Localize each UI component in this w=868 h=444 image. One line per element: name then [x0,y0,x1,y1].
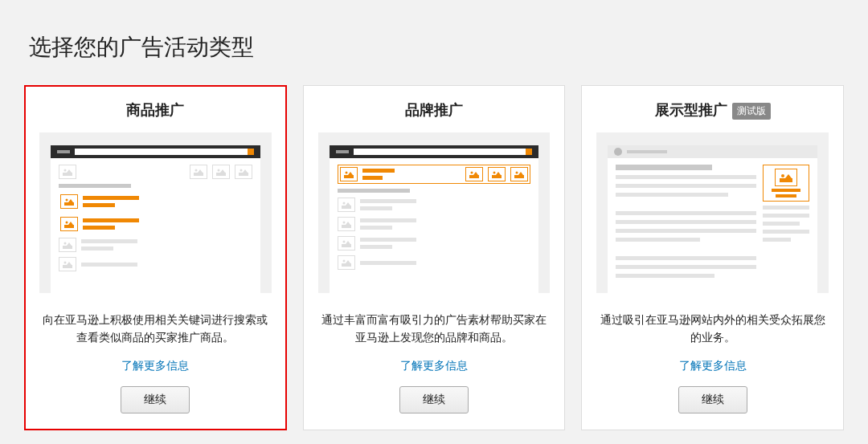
svg-point-28 [471,172,473,174]
svg-rect-6 [216,173,226,176]
svg-rect-9 [239,173,248,176]
svg-marker-38 [346,202,350,206]
card-title: 展示型推广测试版 [596,100,829,120]
svg-rect-0 [63,173,72,176]
svg-rect-48 [780,178,792,182]
svg-rect-12 [64,202,74,206]
svg-marker-35 [518,172,523,175]
svg-point-4 [194,169,197,172]
card-preview-image [39,132,272,293]
continue-button[interactable]: 继续 [399,386,469,413]
svg-rect-30 [492,175,502,178]
card-description: 向在亚马逊上积极使用相关关键词进行搜索或查看类似商品的买家推广商品。 [39,311,272,347]
svg-point-7 [217,169,219,172]
svg-rect-36 [342,206,351,209]
svg-marker-8 [220,169,225,173]
svg-marker-11 [243,169,248,173]
learn-more-link[interactable]: 了解更多信息 [679,359,747,373]
svg-rect-3 [194,173,203,176]
svg-point-49 [781,174,784,177]
beta-badge: 测试版 [732,103,771,120]
card-description: 通过丰富而富有吸引力的广告素材帮助买家在亚马逊上发现您的品牌和商品。 [318,311,551,347]
page-heading: 选择您的广告活动类型 [24,32,844,63]
svg-marker-2 [67,169,72,173]
continue-button[interactable]: 继续 [678,386,747,413]
svg-point-40 [342,222,345,224]
svg-rect-33 [514,175,524,178]
svg-rect-15 [64,225,74,228]
card-preview-image [318,132,551,293]
card-title: 品牌推广 [318,100,551,120]
svg-rect-21 [63,265,72,268]
svg-marker-5 [198,169,203,173]
svg-point-34 [516,172,518,174]
card-sponsored-products[interactable]: 商品推广 [24,85,287,430]
svg-point-10 [240,169,242,172]
svg-marker-29 [473,172,478,175]
svg-marker-32 [496,172,501,175]
svg-marker-47 [346,260,350,263]
svg-rect-18 [63,246,72,249]
svg-rect-39 [342,225,351,228]
svg-rect-45 [342,263,351,267]
svg-marker-50 [785,174,792,178]
learn-more-link[interactable]: 了解更多信息 [400,359,468,373]
svg-point-1 [64,169,67,172]
svg-point-25 [345,172,347,174]
learn-more-link[interactable]: 了解更多信息 [121,359,189,373]
svg-point-46 [342,260,345,263]
svg-marker-41 [346,222,350,225]
svg-marker-20 [67,242,72,246]
svg-rect-27 [469,175,479,178]
continue-button[interactable]: 继续 [121,386,190,413]
svg-marker-44 [346,241,350,244]
svg-rect-42 [342,244,351,247]
svg-marker-17 [68,222,73,225]
svg-point-19 [64,242,67,245]
svg-marker-23 [67,262,72,265]
card-title: 商品推广 [39,100,272,120]
svg-point-31 [493,172,496,174]
svg-point-22 [64,262,67,264]
svg-point-13 [66,199,68,202]
svg-point-37 [342,202,345,205]
svg-marker-14 [68,199,73,202]
svg-marker-26 [348,172,353,175]
svg-rect-24 [344,175,354,178]
campaign-type-cards: 商品推广 [24,85,844,430]
svg-point-43 [342,241,345,243]
card-sponsored-display[interactable]: 展示型推广测试版 [581,85,844,430]
card-sponsored-brands[interactable]: 品牌推广 [303,85,566,430]
card-preview-image [596,132,829,293]
card-description: 通过吸引在亚马逊网站内外的相关受众拓展您的业务。 [596,311,829,347]
svg-point-16 [66,222,68,224]
